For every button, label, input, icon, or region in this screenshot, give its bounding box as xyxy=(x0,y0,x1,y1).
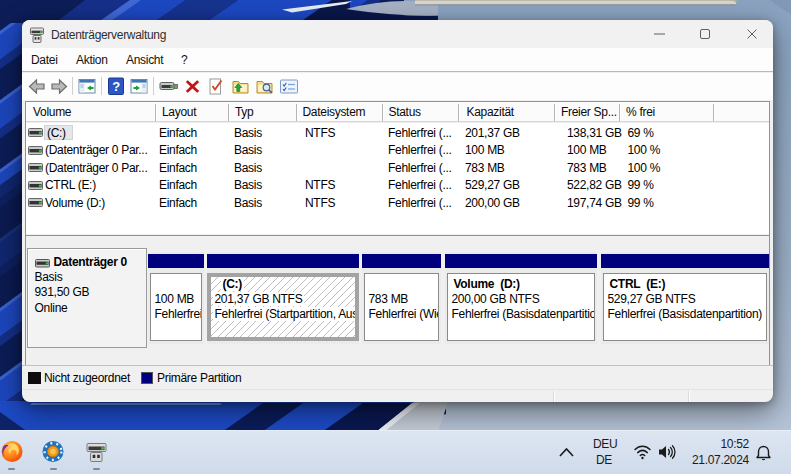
svg-text:?: ? xyxy=(112,79,120,94)
